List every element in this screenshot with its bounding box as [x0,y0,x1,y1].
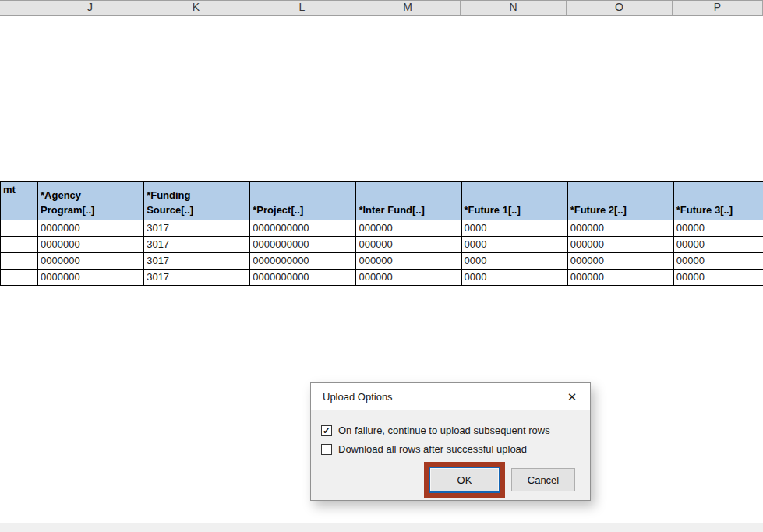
dialog-titlebar: Upload Options ✕ [311,383,590,410]
table-cell[interactable]: 0000 [461,236,567,252]
close-icon[interactable]: ✕ [564,389,580,405]
table-header-cell[interactable]: *Funding Source[..] [144,181,250,220]
checkbox-label[interactable]: Download all rows after successful uploa… [338,443,527,455]
table-cell[interactable]: 0000000 [38,252,144,269]
table-header-cell[interactable]: *Future 1[..] [461,181,567,220]
upload-table: mt*Agency Program[..]*Funding Source[..]… [0,181,763,286]
table-cell[interactable]: 0000 [461,269,567,285]
ok-button[interactable]: OK [429,467,500,493]
column-header-M[interactable]: M [355,1,461,15]
table-row: 0000000301700000000000000000000000000000… [1,269,763,285]
table-cell[interactable]: 000000 [356,252,461,269]
table-cell[interactable]: 0000000000 [250,252,356,269]
table-cell[interactable] [1,252,38,269]
red-highlight-annotation: OK [424,462,505,498]
column-header-L[interactable]: L [249,1,355,15]
dialog-body: ✓ On failure, continue to upload subsequ… [311,410,590,500]
table-cell[interactable]: 0000 [461,220,567,236]
table-header-cell[interactable]: mt [1,181,38,220]
table-cell[interactable]: 00000 [673,269,763,285]
table-cell[interactable]: 00000 [673,236,763,252]
table-cell[interactable]: 000000 [567,236,673,252]
checkbox-on-failure-continue[interactable]: ✓ [321,425,332,436]
table-cell[interactable] [1,236,38,252]
table-row: 0000000301700000000000000000000000000000… [1,220,763,236]
table-cell[interactable]: 000000 [356,269,461,285]
checkbox-label[interactable]: On failure, continue to upload subsequen… [338,425,550,436]
table-header-cell[interactable]: *Project[..] [250,181,356,220]
table-cell[interactable]: 000000 [567,269,673,285]
table-row: 0000000301700000000000000000000000000000… [1,252,763,269]
column-header-K[interactable]: K [143,1,249,15]
table-cell[interactable]: 00000 [673,252,763,269]
table-header-cell[interactable]: *Inter Fund[..] [356,181,461,220]
table-cell[interactable]: 3017 [144,220,250,236]
table-header-row: mt*Agency Program[..]*Funding Source[..]… [1,181,763,220]
bottom-strip [0,523,763,532]
checkbox-download-all-rows[interactable] [321,444,332,455]
upload-options-dialog: Upload Options ✕ ✓ On failure, continue … [310,382,591,501]
table-cell[interactable] [1,269,38,285]
table-cell[interactable]: 000000 [356,220,461,236]
table-cell[interactable]: 3017 [144,236,250,252]
table-cell[interactable]: 3017 [144,269,250,285]
table-cell[interactable]: 3017 [144,252,250,269]
table-cell[interactable]: 000000 [356,236,461,252]
excel-upload-view: JKLMNOP mt*Agency Program[..]*Funding So… [0,0,763,532]
column-header-O[interactable]: O [567,1,673,15]
cancel-button[interactable]: Cancel [511,468,575,491]
table-cell[interactable]: 0000000 [38,236,144,252]
table-cell[interactable]: 0000000 [38,269,144,285]
table-cell[interactable]: 0000 [461,252,567,269]
table-header-cell[interactable]: *Agency Program[..] [38,181,144,220]
table-header-cell[interactable]: *Future 2[..] [567,181,673,220]
column-header-N[interactable]: N [461,1,567,15]
table-cell[interactable]: 00000 [673,220,763,236]
table-cell[interactable]: 000000 [567,220,673,236]
column-header-J[interactable]: J [37,1,143,15]
table-header-cell[interactable]: *Future 3[..] [673,181,763,220]
dialog-title: Upload Options [323,391,393,403]
column-header-partial[interactable] [0,1,37,15]
column-header-P[interactable]: P [673,1,763,15]
table-cell[interactable]: 0000000 [38,220,144,236]
dialog-checkbox-row[interactable]: Download all rows after successful uploa… [321,443,527,455]
column-header-strip: JKLMNOP [0,0,763,16]
table-cell[interactable]: 0000000000 [250,220,356,236]
table-row: 0000000301700000000000000000000000000000… [1,236,763,252]
dialog-checkbox-row[interactable]: ✓ On failure, continue to upload subsequ… [321,425,550,436]
table-cell[interactable]: 000000 [567,252,673,269]
table-cell[interactable]: 0000000000 [250,236,356,252]
table-cell[interactable]: 0000000000 [250,269,356,285]
table-cell[interactable] [1,220,38,236]
